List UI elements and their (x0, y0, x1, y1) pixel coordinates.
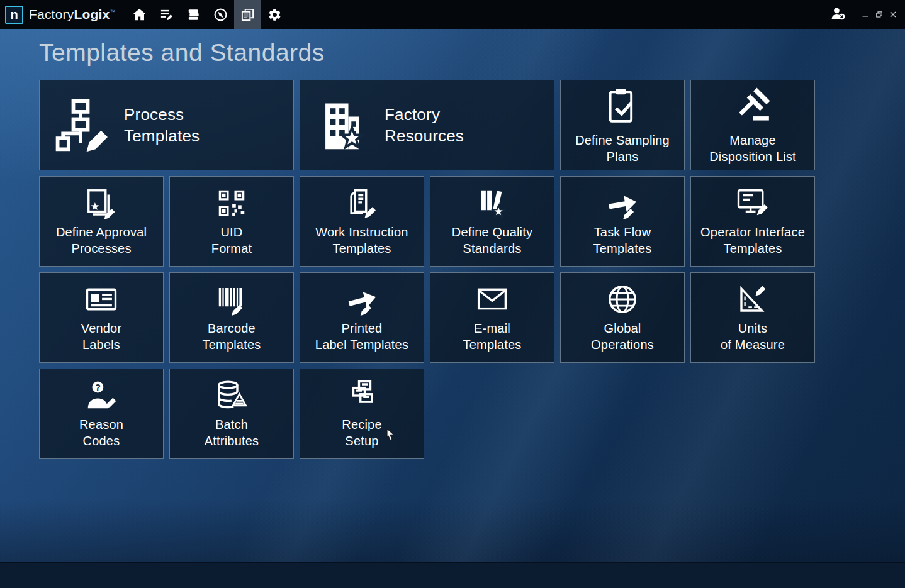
qr-code-icon (213, 186, 250, 220)
schedule-pencil-icon (159, 8, 174, 22)
brand-primary: Factory (29, 7, 74, 21)
svg-text:?: ? (95, 382, 101, 392)
tile-process-templates[interactable]: ProcessTemplates (39, 80, 294, 170)
tile-task-flow-templates[interactable]: Task FlowTemplates (560, 176, 685, 267)
nav-button-materials[interactable] (180, 0, 207, 29)
minimize-button[interactable] (858, 0, 872, 29)
tile-label: BarcodeTemplates (203, 320, 261, 353)
arrow-pencil-icon (604, 186, 641, 220)
approval-documents-star-icon (82, 186, 120, 220)
tile-printed-label-templates[interactable]: PrintedLabel Templates (300, 272, 424, 363)
ruler-pencil-icon (734, 282, 772, 316)
tile-define-quality-standards[interactable]: Define QualityStandards (430, 176, 554, 267)
minimize-icon (862, 11, 868, 18)
label-card-icon (82, 282, 120, 316)
tile-define-approval-processes[interactable]: Define ApprovalProcesses (39, 176, 164, 267)
tile-units-of-measure[interactable]: Unitsof Measure (690, 272, 815, 363)
database-triangle-icon (213, 379, 250, 413)
close-icon (890, 11, 896, 18)
flowchart-pencil-icon (46, 96, 115, 154)
topbar-right (828, 0, 905, 29)
gavel-icon (731, 86, 774, 125)
nav-button-production[interactable] (153, 0, 180, 29)
brand-secondary: Logix (74, 7, 110, 21)
monitor-pencil-icon (734, 186, 772, 220)
tile-barcode-templates[interactable]: BarcodeTemplates (169, 272, 294, 363)
clipboard-check-icon (601, 86, 644, 125)
tile-factory-resources[interactable]: FactoryResources (300, 80, 554, 170)
tile-label: Operator InterfaceTemplates (700, 224, 805, 257)
factory-star-icon (306, 96, 376, 154)
tile-label: Define SamplingPlans (575, 132, 670, 165)
page-title: Templates and Standards (39, 39, 325, 67)
tile-batch-attributes[interactable]: BatchAttributes (169, 369, 294, 459)
restore-button[interactable] (872, 0, 886, 29)
tile-global-operations[interactable]: GlobalOperations (560, 272, 685, 363)
brand: FactoryLogix™ (29, 7, 116, 22)
tile-label: Define ApprovalProcesses (56, 224, 147, 257)
nav-button-analytics[interactable] (207, 0, 234, 29)
tile-operator-interface-templates[interactable]: Operator InterfaceTemplates (690, 176, 815, 267)
tile-label: RecipeSetup (342, 416, 381, 449)
barcode-pencil-icon (213, 282, 250, 316)
document-pencil-icon (343, 186, 381, 220)
nav-button-settings[interactable] (261, 0, 288, 29)
tile-uid-format[interactable]: UIDFormat (169, 176, 294, 267)
person-question-pencil-icon: ? (82, 379, 120, 413)
tile-label: Task FlowTemplates (593, 224, 652, 257)
tile-label: Unitsof Measure (721, 320, 785, 353)
globe-icon (604, 282, 641, 316)
tile-email-templates[interactable]: E-mailTemplates (430, 272, 554, 363)
tile-grid: ProcessTemplatesFactoryResourcesDefine S… (39, 80, 815, 459)
user-status-button[interactable] (828, 5, 847, 24)
compass-icon (213, 8, 228, 22)
home-icon (132, 8, 147, 22)
tile-label: E-mailTemplates (463, 320, 522, 353)
tile-label: ReasonCodes (79, 416, 123, 449)
tile-label: Work InstructionTemplates (315, 224, 408, 257)
main-area: Templates and Standards ProcessTemplates… (0, 29, 905, 563)
tile-recipe-setup[interactable]: RecipeSetup (300, 369, 424, 459)
factorylogix-logo-icon: n (5, 6, 23, 24)
tile-label: BatchAttributes (205, 416, 259, 449)
envelope-icon (473, 282, 511, 316)
tile-label: FactoryResources (385, 104, 464, 147)
restore-icon (876, 11, 882, 18)
bottom-bar (0, 562, 905, 588)
tile-label: ProcessTemplates (124, 104, 200, 147)
tile-label: UIDFormat (211, 224, 252, 257)
window-controls (858, 0, 900, 29)
tile-label: VendorLabels (81, 320, 122, 353)
nav-button-templates[interactable] (234, 0, 261, 29)
topbar: n FactoryLogix™ (0, 0, 905, 29)
topbar-nav (126, 0, 288, 29)
tile-label: Define QualityStandards (452, 224, 532, 257)
recipe-stack-icon (343, 379, 381, 413)
user-offline-icon (830, 6, 846, 23)
nav-button-home[interactable] (126, 0, 153, 29)
tile-label: GlobalOperations (591, 320, 654, 353)
send-arrow-pencil-icon (343, 282, 381, 316)
app-window: n FactoryLogix™ Templates and Standards … (0, 0, 905, 588)
tile-manage-disposition-list[interactable]: ManageDisposition List (690, 80, 815, 170)
close-button[interactable] (886, 0, 900, 29)
tile-work-instruction-templates[interactable]: Work InstructionTemplates (300, 176, 424, 267)
gear-icon (267, 8, 282, 22)
tile-label: PrintedLabel Templates (315, 320, 408, 353)
brand-trademark: ™ (110, 9, 115, 15)
materials-stack-icon (186, 8, 201, 22)
tile-reason-codes[interactable]: ?ReasonCodes (39, 369, 164, 459)
books-star-icon (473, 186, 511, 220)
tile-define-sampling-plans[interactable]: Define SamplingPlans (560, 80, 685, 170)
tile-vendor-labels[interactable]: VendorLabels (39, 272, 164, 363)
templates-documents-icon (240, 8, 255, 22)
logo-letter: n (10, 8, 18, 22)
tile-label: ManageDisposition List (709, 132, 796, 165)
